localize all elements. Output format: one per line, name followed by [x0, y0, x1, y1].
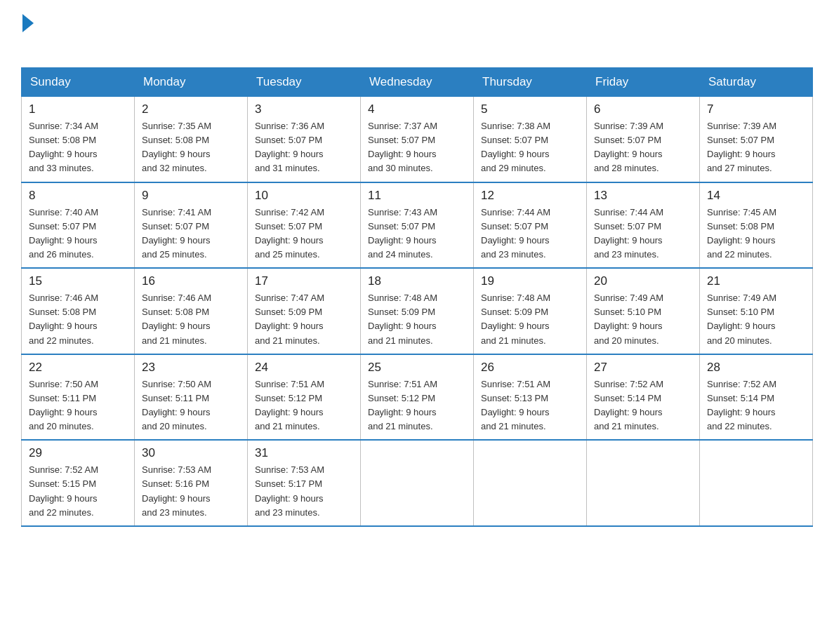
calendar-day-cell: 23Sunrise: 7:50 AMSunset: 5:11 PMDayligh…	[135, 354, 248, 441]
day-of-week-header: Saturday	[700, 68, 813, 97]
calendar-day-cell: 1Sunrise: 7:34 AMSunset: 5:08 PMDaylight…	[22, 97, 135, 182]
day-info: Sunrise: 7:51 AMSunset: 5:12 PMDaylight:…	[255, 377, 353, 434]
calendar-week-row: 22Sunrise: 7:50 AMSunset: 5:11 PMDayligh…	[22, 354, 813, 441]
calendar-day-cell: 13Sunrise: 7:44 AMSunset: 5:07 PMDayligh…	[587, 182, 700, 269]
day-info: Sunrise: 7:48 AMSunset: 5:09 PMDaylight:…	[368, 291, 466, 348]
calendar-week-row: 8Sunrise: 7:40 AMSunset: 5:07 PMDaylight…	[22, 182, 813, 269]
calendar-day-cell: 27Sunrise: 7:52 AMSunset: 5:14 PMDayligh…	[587, 354, 700, 441]
day-info: Sunrise: 7:39 AMSunset: 5:07 PMDaylight:…	[594, 119, 692, 176]
day-number: 23	[142, 361, 240, 375]
calendar-day-cell: 15Sunrise: 7:46 AMSunset: 5:08 PMDayligh…	[22, 268, 135, 354]
calendar-week-row: 1Sunrise: 7:34 AMSunset: 5:08 PMDaylight…	[22, 97, 813, 182]
calendar-day-cell: 20Sunrise: 7:49 AMSunset: 5:10 PMDayligh…	[587, 268, 700, 354]
day-info: Sunrise: 7:48 AMSunset: 5:09 PMDaylight:…	[481, 291, 579, 348]
calendar-day-cell: 7Sunrise: 7:39 AMSunset: 5:07 PMDaylight…	[700, 97, 813, 182]
day-info: Sunrise: 7:50 AMSunset: 5:11 PMDaylight:…	[29, 377, 127, 434]
day-of-week-header: Friday	[587, 68, 700, 97]
page-header	[21, 14, 813, 55]
calendar-day-cell: 28Sunrise: 7:52 AMSunset: 5:14 PMDayligh…	[700, 354, 813, 441]
day-of-week-header: Monday	[135, 68, 248, 97]
day-info: Sunrise: 7:51 AMSunset: 5:12 PMDaylight:…	[368, 377, 466, 434]
calendar-day-cell: 5Sunrise: 7:38 AMSunset: 5:07 PMDaylight…	[474, 97, 587, 182]
day-number: 1	[29, 102, 127, 116]
calendar-day-cell: 22Sunrise: 7:50 AMSunset: 5:11 PMDayligh…	[22, 354, 135, 441]
calendar-day-cell	[700, 440, 813, 526]
day-number: 22	[29, 361, 127, 375]
day-info: Sunrise: 7:44 AMSunset: 5:07 PMDaylight:…	[481, 206, 579, 262]
day-info: Sunrise: 7:42 AMSunset: 5:07 PMDaylight:…	[255, 206, 353, 262]
day-info: Sunrise: 7:50 AMSunset: 5:11 PMDaylight:…	[142, 377, 240, 434]
calendar-day-cell: 19Sunrise: 7:48 AMSunset: 5:09 PMDayligh…	[474, 268, 587, 354]
day-info: Sunrise: 7:35 AMSunset: 5:08 PMDaylight:…	[142, 119, 240, 176]
day-of-week-header: Wednesday	[361, 68, 474, 97]
calendar-day-cell: 2Sunrise: 7:35 AMSunset: 5:08 PMDaylight…	[135, 97, 248, 182]
day-of-week-header: Tuesday	[248, 68, 361, 97]
day-number: 26	[481, 361, 579, 375]
day-number: 30	[142, 446, 240, 460]
calendar-day-cell: 14Sunrise: 7:45 AMSunset: 5:08 PMDayligh…	[700, 182, 813, 269]
day-info: Sunrise: 7:52 AMSunset: 5:14 PMDaylight:…	[707, 377, 805, 434]
calendar-day-cell: 6Sunrise: 7:39 AMSunset: 5:07 PMDaylight…	[587, 97, 700, 182]
calendar-day-cell: 4Sunrise: 7:37 AMSunset: 5:07 PMDaylight…	[361, 97, 474, 182]
day-number: 10	[255, 189, 353, 203]
day-info: Sunrise: 7:52 AMSunset: 5:14 PMDaylight:…	[594, 377, 692, 434]
day-info: Sunrise: 7:39 AMSunset: 5:07 PMDaylight:…	[707, 119, 805, 176]
day-number: 7	[707, 102, 805, 116]
calendar-day-cell	[587, 440, 700, 526]
day-info: Sunrise: 7:53 AMSunset: 5:17 PMDaylight:…	[255, 463, 353, 520]
day-number: 21	[707, 274, 805, 288]
calendar-table: SundayMondayTuesdayWednesdayThursdayFrid…	[21, 67, 813, 527]
day-number: 9	[142, 189, 240, 203]
calendar-day-cell: 16Sunrise: 7:46 AMSunset: 5:08 PMDayligh…	[135, 268, 248, 354]
day-number: 28	[707, 361, 805, 375]
logo	[21, 14, 34, 55]
calendar-day-cell: 29Sunrise: 7:52 AMSunset: 5:15 PMDayligh…	[22, 440, 135, 526]
calendar-day-cell: 17Sunrise: 7:47 AMSunset: 5:09 PMDayligh…	[248, 268, 361, 354]
day-info: Sunrise: 7:36 AMSunset: 5:07 PMDaylight:…	[255, 119, 353, 176]
day-number: 27	[594, 361, 692, 375]
day-number: 5	[481, 102, 579, 116]
day-number: 8	[29, 189, 127, 203]
calendar-day-cell: 21Sunrise: 7:49 AMSunset: 5:10 PMDayligh…	[700, 268, 813, 354]
day-of-week-header: Sunday	[22, 68, 135, 97]
day-number: 24	[255, 361, 353, 375]
calendar-day-cell: 31Sunrise: 7:53 AMSunset: 5:17 PMDayligh…	[248, 440, 361, 526]
day-number: 14	[707, 189, 805, 203]
day-number: 16	[142, 274, 240, 288]
day-info: Sunrise: 7:38 AMSunset: 5:07 PMDaylight:…	[481, 119, 579, 176]
day-number: 20	[594, 274, 692, 288]
day-number: 3	[255, 102, 353, 116]
day-info: Sunrise: 7:46 AMSunset: 5:08 PMDaylight:…	[29, 291, 127, 348]
day-info: Sunrise: 7:47 AMSunset: 5:09 PMDaylight:…	[255, 291, 353, 348]
day-number: 11	[368, 189, 466, 203]
day-info: Sunrise: 7:49 AMSunset: 5:10 PMDaylight:…	[707, 291, 805, 348]
day-info: Sunrise: 7:45 AMSunset: 5:08 PMDaylight:…	[707, 206, 805, 262]
calendar-day-cell: 25Sunrise: 7:51 AMSunset: 5:12 PMDayligh…	[361, 354, 474, 441]
day-number: 15	[29, 274, 127, 288]
day-of-week-header: Thursday	[474, 68, 587, 97]
day-number: 4	[368, 102, 466, 116]
day-number: 2	[142, 102, 240, 116]
calendar-day-cell	[361, 440, 474, 526]
day-info: Sunrise: 7:44 AMSunset: 5:07 PMDaylight:…	[594, 206, 692, 262]
day-info: Sunrise: 7:37 AMSunset: 5:07 PMDaylight:…	[368, 119, 466, 176]
calendar-day-cell: 26Sunrise: 7:51 AMSunset: 5:13 PMDayligh…	[474, 354, 587, 441]
day-info: Sunrise: 7:53 AMSunset: 5:16 PMDaylight:…	[142, 463, 240, 520]
day-number: 19	[481, 274, 579, 288]
day-info: Sunrise: 7:49 AMSunset: 5:10 PMDaylight:…	[594, 291, 692, 348]
calendar-day-cell: 10Sunrise: 7:42 AMSunset: 5:07 PMDayligh…	[248, 182, 361, 269]
calendar-header-row: SundayMondayTuesdayWednesdayThursdayFrid…	[22, 68, 813, 97]
calendar-day-cell: 11Sunrise: 7:43 AMSunset: 5:07 PMDayligh…	[361, 182, 474, 269]
calendar-day-cell: 3Sunrise: 7:36 AMSunset: 5:07 PMDaylight…	[248, 97, 361, 182]
calendar-week-row: 15Sunrise: 7:46 AMSunset: 5:08 PMDayligh…	[22, 268, 813, 354]
day-number: 29	[29, 446, 127, 460]
day-info: Sunrise: 7:51 AMSunset: 5:13 PMDaylight:…	[481, 377, 579, 434]
day-number: 18	[368, 274, 466, 288]
day-number: 17	[255, 274, 353, 288]
day-info: Sunrise: 7:34 AMSunset: 5:08 PMDaylight:…	[29, 119, 127, 176]
day-info: Sunrise: 7:43 AMSunset: 5:07 PMDaylight:…	[368, 206, 466, 262]
day-info: Sunrise: 7:41 AMSunset: 5:07 PMDaylight:…	[142, 206, 240, 262]
calendar-day-cell: 12Sunrise: 7:44 AMSunset: 5:07 PMDayligh…	[474, 182, 587, 269]
calendar-day-cell: 30Sunrise: 7:53 AMSunset: 5:16 PMDayligh…	[135, 440, 248, 526]
calendar-day-cell: 8Sunrise: 7:40 AMSunset: 5:07 PMDaylight…	[22, 182, 135, 269]
